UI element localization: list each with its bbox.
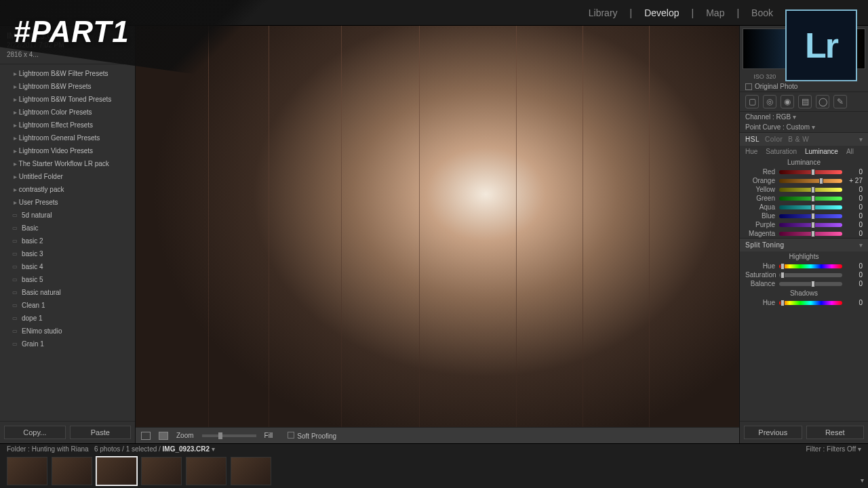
hsl-slider-track[interactable] [779,188,842,192]
radial-tool-icon[interactable]: ◯ [816,95,829,108]
split-shue-value: 0 [846,299,863,306]
preset-item[interactable]: ENimo studio [0,325,135,338]
split-sat-slider[interactable] [779,273,842,277]
hue-subtab[interactable]: Hue [745,148,757,155]
hsl-slider-label: Yellow [745,186,775,193]
preset-item[interactable]: basic 4 [0,260,135,273]
module-map[interactable]: Map [706,7,724,18]
preset-item[interactable]: Basic natural [0,286,135,299]
split-hue-slider[interactable] [779,264,842,268]
all-subtab[interactable]: All [846,148,854,155]
module-develop[interactable]: Develop [644,7,679,18]
reset-button[interactable]: Reset [806,426,865,439]
module-picker: Library | Develop | Map | Book [589,7,773,18]
crop-tool-icon[interactable]: ▢ [745,95,759,108]
pointcurve-label: Point Curve : [745,123,785,131]
preset-item[interactable]: basic 2 [0,235,135,247]
preset-item[interactable]: basic 3 [0,247,135,260]
spot-tool-icon[interactable]: ◎ [763,95,776,108]
preset-group[interactable]: Lightroom B&W Filter Presets [0,67,135,80]
preset-group[interactable]: Lightroom B&W Toned Presets [0,93,135,106]
filter-dropdown[interactable]: Filters Off [827,445,861,453]
preset-group[interactable]: Lightroom Video Presets [0,144,135,157]
lightroom-logo-text: Lr [805,25,837,66]
filmstrip-thumb[interactable] [231,457,271,485]
copy-button[interactable]: Copy... [4,426,66,439]
saturation-subtab[interactable]: Saturation [766,148,797,155]
preset-item[interactable]: Basic [0,222,135,235]
pointcurve-dropdown[interactable]: Custom [787,123,815,131]
filmstrip-crumb[interactable]: Folder : Hunting with Riana 6 photos / 1… [7,445,215,453]
redeye-tool-icon[interactable]: ◉ [781,95,794,108]
filmstrip-thumb[interactable] [186,457,226,485]
orig-photo-label: Original Photo [755,83,797,90]
soft-proof-checkbox[interactable] [288,432,294,439]
hsl-slider-track[interactable] [779,232,842,236]
channel-dropdown[interactable]: RGB [776,113,796,121]
hsl-slider-track[interactable] [779,214,842,218]
hsl-slider-row: Red0 [740,167,868,176]
filmstrip-thumb[interactable] [141,457,182,485]
preset-group[interactable]: Lightroom Color Presets [0,106,135,119]
orig-photo-checkbox[interactable] [745,83,752,90]
split-panel-header[interactable]: Split Toning ▾ [740,238,868,251]
module-book[interactable]: Book [751,7,773,18]
hsl-panel-header[interactable]: HSLColorB & W ▾ [740,132,868,146]
preset-list[interactable]: Lightroom B&W Filter PresetsLightroom B&… [0,64,135,421]
preset-group[interactable]: User Presets [0,196,135,209]
hsl-tab[interactable]: HSL [745,136,760,143]
before-after-icon[interactable] [159,432,168,440]
preset-group[interactable]: Lightroom B&W Presets [0,80,135,93]
preset-item[interactable]: Clean 1 [0,299,135,312]
paste-button[interactable]: Paste [70,426,132,439]
filmstrip-thumb[interactable] [7,457,47,485]
hsl-slider-label: Green [745,195,775,202]
hsl-slider-row: Aqua0 [740,203,868,211]
hsl-slider-track[interactable] [779,170,842,174]
left-panel-buttons: Copy... Paste [0,421,135,443]
image-viewer[interactable] [136,26,739,427]
preset-group[interactable]: Lightroom General Presets [0,131,135,144]
tool-strip: ▢ ◎ ◉ ▤ ◯ ✎ [740,92,868,112]
filmstrip-thumb[interactable] [52,457,92,485]
hsl-section-title: Luminance [740,157,868,167]
viewer-toolbar: Zoom Fill Soft Proofing ▾ [136,427,739,443]
split-toggle-icon[interactable]: ▾ [859,241,863,249]
hsl-slider-track[interactable] [779,197,842,201]
preset-group[interactable]: The Starter Workflow LR pack [0,157,135,170]
hsl-slider-track[interactable] [779,179,842,183]
split-hue-value: 0 [846,262,863,270]
module-library[interactable]: Library [589,7,618,18]
hsl-toggle-icon[interactable]: ▾ [859,136,863,143]
color-tab[interactable]: Color [765,136,783,143]
split-balance-label: Balance [745,280,775,287]
filmstrip-thumb[interactable] [96,457,137,485]
preset-group[interactable]: Untitled Folder [0,170,135,183]
split-balance-slider[interactable] [779,282,842,286]
hsl-slider-track[interactable] [779,205,842,209]
soft-proof-label: Soft Proofing [297,432,336,440]
preset-item[interactable]: basic 5 [0,273,135,286]
previous-button[interactable]: Previous [744,426,802,439]
preset-item[interactable]: 5d natural [0,209,135,222]
bw-tab[interactable]: B & W [788,136,809,143]
preset-group[interactable]: Lightroom Effect Presets [0,119,135,131]
hsl-slider-track[interactable] [779,223,842,227]
zoom-slider[interactable] [202,434,256,437]
luminance-subtab[interactable]: Luminance [805,148,838,155]
split-title: Split Toning [745,241,785,249]
brush-tool-icon[interactable]: ✎ [833,95,847,108]
preset-item[interactable]: dope 1 [0,312,135,325]
grad-tool-icon[interactable]: ▤ [798,95,812,108]
loupe-view-icon[interactable] [141,432,151,440]
filter-control[interactable]: Filter : Filters Off [806,445,862,453]
split-shue-slider[interactable] [779,301,842,305]
hsl-slider-label: Orange [745,177,775,184]
toolbar-disclose-icon[interactable]: ▾ [861,476,864,484]
zoom-fill[interactable]: Fill [264,432,273,439]
hsl-slider-row: Yellow0 [740,185,868,194]
preset-item[interactable]: Grain 1 [0,338,135,350]
crumb-dropdown-icon[interactable] [212,445,215,453]
hsl-slider-label: Aqua [745,203,775,211]
preset-group[interactable]: contrastly pack [0,183,135,196]
